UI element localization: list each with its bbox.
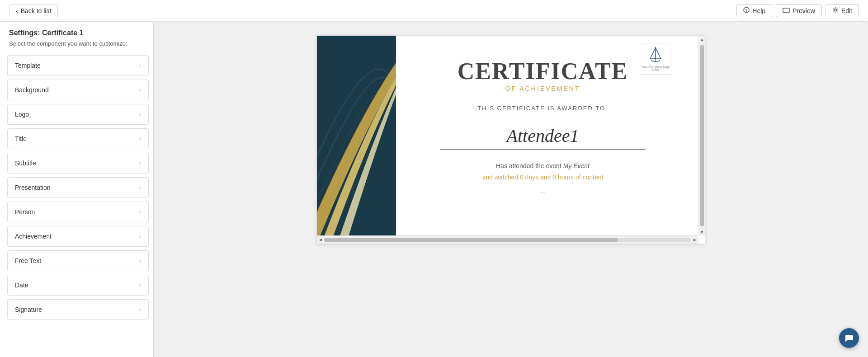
header-actions: ? Help Preview Edit [736, 4, 859, 17]
signature-label: Signature [15, 306, 42, 313]
svg-point-7 [655, 47, 656, 49]
help-label: Help [752, 7, 765, 14]
preview-button[interactable]: Preview [776, 4, 822, 17]
svg-point-3 [834, 9, 836, 11]
cert-of-achievement: OF ACHIEVEMENT [414, 85, 671, 92]
sidebar-subtitle: Select the component you want to customi… [9, 40, 144, 48]
date-label: Date [15, 282, 28, 289]
preview-icon [783, 7, 790, 14]
template-label: Template [15, 62, 41, 69]
svg-rect-2 [783, 8, 789, 13]
cert-footer-text: ... [540, 188, 545, 194]
cert-attendee-line: Attendee1 [440, 125, 646, 150]
main-layout: Settings: Certificate 1 Select the compo… [0, 22, 868, 357]
cert-description: Has attended the event My Event and watc… [482, 160, 604, 183]
presentation-label: Presentation [15, 184, 51, 191]
cert-desc-prefix: Has attended the event [496, 162, 563, 169]
cert-watched-text: and watched 0 days and 0 hours of conten… [482, 174, 604, 181]
background-label: Background [15, 86, 49, 94]
logo-label: Logo [15, 111, 29, 118]
boat-icon [647, 46, 664, 64]
chevron-icon-signature: › [139, 306, 141, 313]
cert-hscroll-track [324, 238, 691, 242]
chevron-icon-background: › [139, 87, 141, 93]
sidebar-item-achievement[interactable]: Achievement › [7, 226, 149, 247]
cert-left-decoration [317, 36, 396, 244]
cert-vertical-scrollbar[interactable]: ▲ ▼ [698, 36, 705, 235]
title-label: Title [15, 135, 27, 142]
cert-attendee-name: Attendee1 [507, 126, 579, 146]
chevron-icon-title: › [139, 136, 141, 142]
chevron-icon-presentation: › [139, 184, 141, 191]
back-chevron-icon: ‹ [16, 7, 18, 14]
person-label: Person [15, 208, 35, 216]
chevron-icon-free-text: › [139, 258, 141, 264]
sidebar-item-free-text[interactable]: Free Text › [7, 250, 149, 271]
back-to-list-button[interactable]: ‹ Back to list [9, 5, 58, 17]
cert-title-section: CERTIFICATE OF ACHIEVEMENT [414, 58, 671, 92]
subtitle-label: Subtitle [15, 160, 36, 167]
help-icon: ? [743, 7, 750, 14]
certificate-viewport: Your Company Logo Here CERTIFICATE OF AC… [317, 36, 698, 244]
cert-awarded-text: THIS CERTIFICATE IS AWARDED TO: [477, 105, 608, 112]
sidebar-item-template[interactable]: Template › [7, 55, 149, 76]
chevron-icon-achievement: › [139, 233, 141, 240]
sidebar-header: Settings: Certificate 1 Select the compo… [0, 22, 153, 52]
cert-scroll-thumb[interactable] [700, 45, 704, 226]
cert-hscroll-left-arrow[interactable]: ◄ [317, 236, 324, 244]
sidebar-item-subtitle[interactable]: Subtitle › [7, 153, 149, 174]
preview-label: Preview [793, 7, 815, 14]
free-text-label: Free Text [15, 257, 41, 264]
sidebar-item-presentation[interactable]: Presentation › [7, 177, 149, 198]
sidebar-title: Settings: Certificate 1 [9, 29, 144, 37]
help-button[interactable]: ? Help [736, 4, 772, 17]
cert-content: Your Company Logo Here CERTIFICATE OF AC… [396, 36, 698, 244]
cert-horizontal-scrollbar[interactable]: ◄ ► [317, 235, 698, 244]
achievement-label: Achievement [15, 233, 52, 240]
sidebar-item-background[interactable]: Background › [7, 80, 149, 100]
chevron-icon-logo: › [139, 111, 141, 117]
cert-hscroll-right-arrow[interactable]: ► [691, 236, 698, 244]
cert-scroll-up-arrow[interactable]: ▲ [699, 36, 705, 43]
cert-logo: Your Company Logo Here [640, 43, 671, 75]
certificate-container: Your Company Logo Here CERTIFICATE OF AC… [316, 35, 705, 244]
chevron-icon-subtitle: › [139, 160, 141, 166]
cert-hscroll-thumb[interactable] [324, 238, 618, 242]
cert-main-title: CERTIFICATE [414, 58, 671, 84]
sidebar-item-date[interactable]: Date › [7, 275, 149, 296]
chevron-icon-date: › [139, 282, 141, 288]
sidebar-item-signature[interactable]: Signature › [7, 299, 149, 320]
sidebar-item-person[interactable]: Person › [7, 202, 149, 222]
chat-button[interactable] [839, 328, 859, 348]
sidebar-item-title[interactable]: Title › [7, 128, 149, 149]
sidebar: Settings: Certificate 1 Select the compo… [0, 22, 154, 357]
certificate: Your Company Logo Here CERTIFICATE OF AC… [317, 36, 698, 244]
sidebar-item-logo[interactable]: Logo › [7, 104, 149, 125]
cert-scroll-down-arrow[interactable]: ▼ [699, 228, 705, 235]
gear-icon [832, 7, 839, 14]
cert-event-name: My Event [563, 162, 590, 169]
chevron-icon-person: › [139, 209, 141, 215]
edit-label: Edit [841, 7, 852, 14]
header: ‹ Back to list ? Help Preview [0, 0, 868, 22]
back-label: Back to list [21, 7, 52, 14]
edit-button[interactable]: Edit [826, 4, 859, 17]
cert-logo-text: Your Company Logo Here [640, 65, 671, 71]
sidebar-scroll[interactable]: Template › Background › Logo › Title › S… [0, 52, 153, 357]
chevron-icon-template: › [139, 62, 141, 69]
content-area: Your Company Logo Here CERTIFICATE OF AC… [154, 22, 868, 357]
svg-text:?: ? [745, 8, 748, 13]
